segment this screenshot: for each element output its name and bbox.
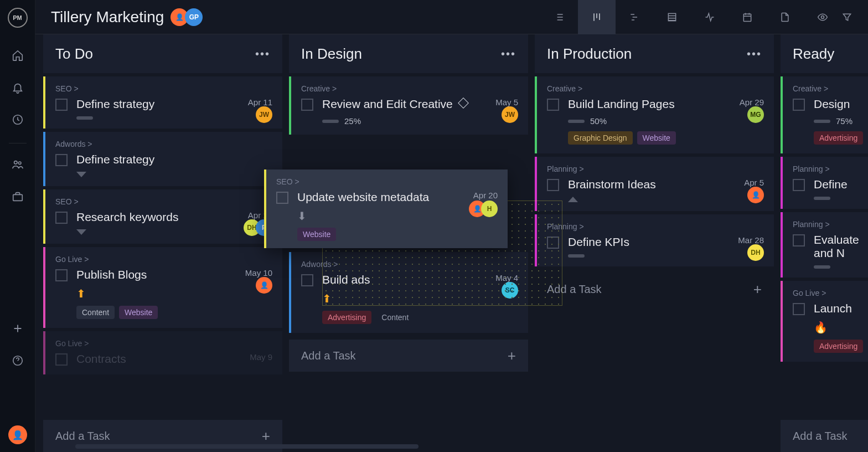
svg-rect-6 xyxy=(743,14,751,21)
assignee-avatar[interactable]: 👤 xyxy=(747,187,764,203)
card-tag[interactable]: Website xyxy=(119,306,158,319)
column-body: SEO > Define strategy Apr 11 JW Adwords … xyxy=(43,76,282,420)
add-icon[interactable] xyxy=(7,317,29,340)
files-view-icon[interactable] xyxy=(766,0,804,34)
task-card[interactable]: Creative > Review and Edit Creative May … xyxy=(289,76,528,135)
column-header: Ready xyxy=(781,34,868,73)
calendar-view-icon[interactable] xyxy=(728,0,766,34)
project-title: Tillery Marketing xyxy=(51,8,164,26)
column-menu-icon[interactable]: ••• xyxy=(255,48,270,60)
task-card[interactable]: Planning > Evaluate and N xyxy=(781,212,868,278)
checkbox[interactable] xyxy=(301,99,313,111)
column-todo: To Do ••• SEO > Define strategy Apr 11 J… xyxy=(40,34,286,452)
card-title: Define strategy xyxy=(76,97,244,111)
task-card[interactable]: SEO > Research keywords Apr 13 DH P xyxy=(43,189,282,244)
card-tag[interactable]: Graphic Design xyxy=(568,131,633,145)
briefcase-icon[interactable] xyxy=(7,186,29,208)
task-card[interactable]: Planning > Define xyxy=(781,157,868,209)
card-category: Creative > xyxy=(793,84,864,93)
checkbox[interactable] xyxy=(793,99,805,111)
card-title: Evaluate and N xyxy=(814,233,864,260)
checkbox[interactable] xyxy=(547,179,559,191)
clock-icon[interactable] xyxy=(7,109,29,131)
board-view-icon[interactable] xyxy=(578,0,616,34)
svg-point-1 xyxy=(14,161,17,165)
dragging-card[interactable]: SEO > Update website metadata Apr 20 ⬇ 👤… xyxy=(264,170,508,248)
card-category: Go Live > xyxy=(793,289,864,297)
checkbox[interactable] xyxy=(55,353,68,366)
horizontal-scrollbar[interactable] xyxy=(75,444,418,449)
add-task-label: Add a Task xyxy=(793,430,848,443)
add-task-button[interactable]: Add a Task+ xyxy=(289,340,528,372)
task-card[interactable]: Creative > Build Landing Pages Apr 29 50… xyxy=(535,76,774,153)
help-icon[interactable] xyxy=(7,350,29,372)
filter-icon[interactable] xyxy=(841,0,852,34)
task-card[interactable]: Go Live > Publish Blogs May 10 ⬆ 👤 Conte… xyxy=(43,247,282,328)
bell-icon[interactable] xyxy=(7,76,29,99)
activity-view-icon[interactable] xyxy=(691,0,728,34)
card-date: Apr 5 xyxy=(744,178,764,187)
card-tag[interactable]: Advertising xyxy=(322,311,371,324)
eye-icon[interactable] xyxy=(817,0,828,34)
user-avatar[interactable]: 👤 xyxy=(8,425,27,444)
priority-up-icon: ⬆ xyxy=(76,287,86,300)
card-title: Define KPIs xyxy=(568,235,733,249)
checkbox[interactable] xyxy=(301,274,313,286)
card-tag[interactable]: Website xyxy=(637,131,676,145)
app-logo[interactable]: PM xyxy=(8,8,28,28)
assignee-avatar[interactable]: MG xyxy=(747,106,764,123)
task-card[interactable]: Planning > Brainstorm Ideas Apr 5 👤 xyxy=(535,157,774,211)
column-title: In Production xyxy=(547,45,632,63)
column-menu-icon[interactable]: ••• xyxy=(501,48,516,60)
checkbox[interactable] xyxy=(55,269,68,281)
checkbox[interactable] xyxy=(55,99,68,111)
card-date: Apr 20 xyxy=(473,191,498,200)
add-task-button[interactable]: Add a Task xyxy=(781,420,868,452)
svg-rect-5 xyxy=(668,13,675,20)
add-task-button[interactable]: Add a Task+ xyxy=(535,273,774,305)
checkbox[interactable] xyxy=(793,179,805,191)
card-category: Go Live > xyxy=(55,255,272,264)
task-card[interactable]: Go Live > Launch 🔥 Advertising xyxy=(781,281,868,362)
card-date: May 10 xyxy=(245,268,272,278)
progress-bar xyxy=(76,116,93,120)
card-tag[interactable]: Content xyxy=(376,311,414,324)
task-card[interactable]: Adwords > Define strategy xyxy=(43,132,282,186)
project-members[interactable]: 👤 GP xyxy=(174,8,203,26)
people-icon[interactable] xyxy=(7,153,29,176)
task-card[interactable]: Go Live > Contracts May 9 xyxy=(43,331,282,374)
checkbox[interactable] xyxy=(55,154,68,166)
task-card[interactable]: Creative > Design 75% Advertising xyxy=(781,76,868,153)
card-tag[interactable]: Content xyxy=(76,306,115,319)
card-tag[interactable]: Website xyxy=(297,228,336,241)
task-card[interactable]: Planning > Define KPIs Mar 28 DH xyxy=(535,214,774,266)
column-in-production: In Production ••• Creative > Build Landi… xyxy=(531,34,777,452)
assignee-avatar[interactable]: JW xyxy=(256,106,272,123)
assignee-avatar[interactable]: DH xyxy=(747,244,764,261)
column-body: Creative > Design 75% Advertising Planni… xyxy=(781,76,868,420)
column-title: In Design xyxy=(301,45,362,63)
assignee-avatar[interactable]: H xyxy=(481,201,498,217)
checkbox[interactable] xyxy=(276,192,288,204)
card-title: Build Landing Pages xyxy=(568,97,735,111)
home-icon[interactable] xyxy=(7,44,29,66)
list-view-icon[interactable] xyxy=(540,0,578,34)
card-tag[interactable]: Advertising xyxy=(814,131,863,145)
assignee-avatar[interactable]: JW xyxy=(502,106,518,123)
milestone-icon xyxy=(458,97,469,109)
progress-text: 50% xyxy=(590,116,607,126)
card-tag[interactable]: Advertising xyxy=(814,340,863,353)
assignee-avatar[interactable]: 👤 xyxy=(256,277,272,294)
checkbox[interactable] xyxy=(55,212,68,224)
checkbox[interactable] xyxy=(547,99,559,111)
checkbox[interactable] xyxy=(793,303,805,315)
gantt-view-icon[interactable] xyxy=(616,0,653,34)
priority-down-icon: ⬇ xyxy=(297,210,307,222)
progress-text: 25% xyxy=(344,116,361,126)
progress-bar xyxy=(568,254,585,258)
checkbox[interactable] xyxy=(793,234,805,246)
column-menu-icon[interactable]: ••• xyxy=(747,48,762,60)
sheet-view-icon[interactable] xyxy=(653,0,691,34)
svg-point-7 xyxy=(822,16,824,18)
task-card[interactable]: SEO > Define strategy Apr 11 JW xyxy=(43,76,282,129)
